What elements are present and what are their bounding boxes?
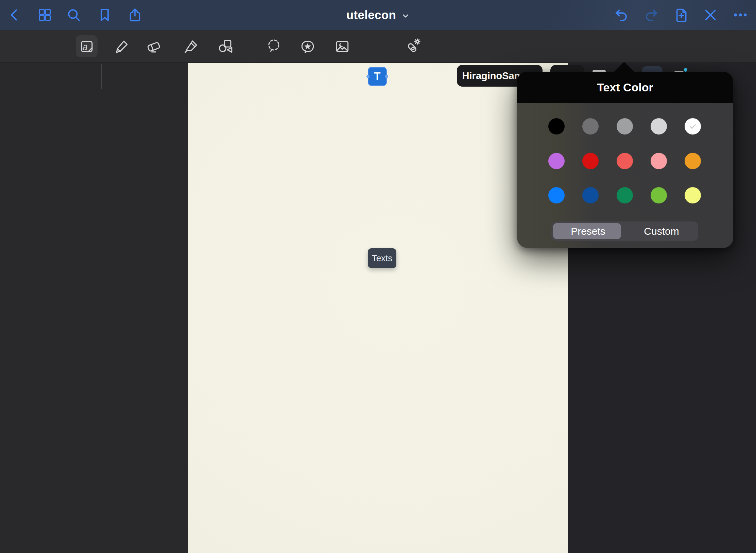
- grid-icon: [37, 7, 53, 23]
- eraser-tool[interactable]: [143, 30, 165, 63]
- pages-overview-button[interactable]: [37, 7, 53, 23]
- color-swatch[interactable]: [548, 118, 565, 135]
- undo-icon: [614, 7, 629, 23]
- stylus-mode-button[interactable]: [703, 7, 718, 23]
- text-color-popover: Text Color Presets Custom: [517, 72, 733, 248]
- lasso-icon: [265, 38, 282, 55]
- color-swatch[interactable]: [548, 153, 565, 169]
- color-swatch[interactable]: [582, 187, 599, 203]
- shapes-icon: [217, 38, 234, 55]
- ellipsis-icon: [733, 7, 748, 23]
- add-page-button[interactable]: [674, 7, 689, 23]
- document-title-group: utelecon: [0, 0, 756, 30]
- color-swatch[interactable]: [651, 118, 667, 135]
- back-button[interactable]: [7, 7, 22, 23]
- popover-header: Text Color: [517, 72, 733, 103]
- shapes-tool[interactable]: [214, 30, 236, 63]
- tools-toolbar: a: [0, 30, 756, 63]
- sticker-star-icon: [299, 38, 316, 55]
- zoom-window-tool[interactable]: a: [76, 30, 98, 63]
- bookmark-icon: [97, 7, 113, 23]
- color-swatch[interactable]: [651, 153, 667, 169]
- popover-body: Presets Custom: [517, 103, 733, 248]
- selection-handle-left: [366, 75, 370, 78]
- chevron-left-icon: [7, 7, 22, 23]
- more-options-button[interactable]: [733, 7, 748, 23]
- redo-button[interactable]: [643, 7, 659, 23]
- lasso-tool[interactable]: [263, 30, 285, 63]
- color-swatch[interactable]: [685, 153, 701, 169]
- color-swatch[interactable]: [617, 187, 633, 203]
- popover-title: Text Color: [597, 81, 653, 94]
- search-button[interactable]: [66, 7, 82, 23]
- pointer-tool[interactable]: [401, 30, 423, 63]
- highlighter-icon: [183, 38, 200, 55]
- tab-custom[interactable]: Custom: [625, 221, 698, 241]
- bookmark-button[interactable]: [97, 7, 113, 23]
- color-swatch[interactable]: [617, 153, 633, 169]
- elements-tool[interactable]: [297, 30, 319, 63]
- laser-pointer-icon: [404, 38, 421, 55]
- text-tool-selected[interactable]: T: [368, 67, 387, 86]
- redo-icon: [643, 7, 659, 23]
- share-icon: [127, 7, 143, 23]
- crossed-pencil-icon: [703, 7, 718, 23]
- image-tool[interactable]: [331, 30, 353, 63]
- search-icon: [66, 7, 82, 23]
- text-object[interactable]: Texts: [368, 248, 396, 268]
- toolbar-separator: [101, 64, 102, 89]
- color-swatch[interactable]: [651, 187, 667, 203]
- color-swatch[interactable]: [548, 187, 565, 203]
- desk-background-left: [0, 63, 188, 553]
- pen-icon: [113, 38, 130, 55]
- presets-custom-segmented-control: Presets Custom: [551, 221, 698, 241]
- pen-tool[interactable]: [111, 30, 133, 63]
- color-swatch[interactable]: [582, 118, 599, 135]
- undo-button[interactable]: [614, 7, 629, 23]
- document-title[interactable]: utelecon: [346, 8, 396, 22]
- color-swatch[interactable]: [617, 118, 633, 135]
- text-tool-glyph: T: [374, 70, 381, 83]
- title-chevron-down-icon[interactable]: [401, 12, 410, 20]
- highlighter-tool[interactable]: [180, 30, 202, 63]
- check-icon: [688, 121, 698, 131]
- color-swatch[interactable]: [685, 118, 701, 135]
- image-icon: [334, 38, 351, 55]
- document-plus-icon: [674, 7, 689, 23]
- color-swatch[interactable]: [685, 187, 701, 203]
- top-navigation-bar: utelecon: [0, 0, 756, 30]
- eraser-icon: [145, 38, 162, 55]
- notebook-page[interactable]: [188, 63, 568, 553]
- tab-presets[interactable]: Presets: [551, 221, 625, 241]
- color-swatch[interactable]: [582, 153, 599, 169]
- selection-handle-right: [385, 75, 388, 78]
- svg-text:a: a: [82, 41, 88, 52]
- popover-arrow: [614, 62, 635, 72]
- share-button[interactable]: [127, 7, 143, 23]
- zoom-window-icon: a: [78, 38, 95, 55]
